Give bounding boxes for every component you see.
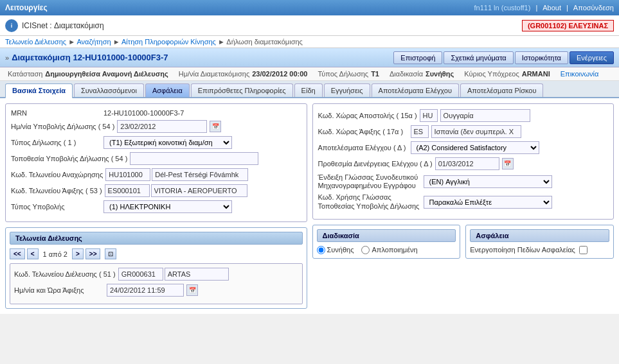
- diadikasia-value: Συνήθης: [426, 70, 454, 78]
- header-buttons: Επιστροφή Σχετικά μηνύματα Ιστορικότητα …: [393, 51, 614, 64]
- date-submit-row: Ημ/νία Υποβολής Δήλωσης ( 54 ) 📅: [11, 120, 301, 133]
- tab-synallassomenoi[interactable]: Συναλλασσόμενοι: [74, 83, 144, 97]
- related-messages-button[interactable]: Σχετικά μηνύματα: [444, 51, 513, 64]
- nav-controls: << < 1 από 2 > >> ⊡: [10, 248, 303, 259]
- nav-first-btn[interactable]: <<: [10, 248, 25, 259]
- transit-kwd-row: Κωδ. Τελωνείου Διέλευσης ( 51 ): [14, 268, 298, 281]
- transit-date-input[interactable]: [107, 284, 184, 297]
- nav-last-btn[interactable]: >>: [85, 248, 101, 259]
- tipos-ypov-select[interactable]: (1) ΗΛΕΚΤΡΟΝΙΚΗ: [103, 200, 232, 213]
- tab-egguiseis[interactable]: Εγγυήσεις: [324, 83, 370, 97]
- kwd-apostolhs-label: Κωδ. Χώρας Αποστολής ( 15α ): [318, 112, 417, 119]
- asfalia-header: Ασφάλεια: [470, 229, 609, 242]
- breadcrumb-item-4: Δήλωση διαμετακόμισης: [226, 38, 303, 46]
- mrn-row: MRN 12-HU101000-10000F3-7: [11, 109, 301, 117]
- date-submit-calendar[interactable]: 📅: [210, 121, 221, 132]
- prothesmia-calendar[interactable]: 📅: [502, 158, 514, 169]
- actions-button[interactable]: Ενέργειες: [570, 51, 614, 64]
- right-form-section: Κωδ. Χώρας Αποστολής ( 15α ) Κωδ. Χώρας …: [312, 103, 615, 220]
- radio-aplo-input[interactable]: [361, 246, 370, 254]
- transit-section: Τελωνεία Διέλευσης << < 1 από 2 > >> ⊡ Κ…: [5, 227, 307, 309]
- tipos-label2: Τύπος Δήλωσης ( 1 ): [11, 139, 101, 146]
- status-field-epikoinonia: Επικοινωνία: [561, 70, 599, 78]
- main-content: MRN 12-HU101000-10000F3-7 Ημ/νία Υποβολή…: [0, 98, 619, 314]
- nav-expand-btn[interactable]: ⊡: [105, 248, 116, 259]
- nav-prev-btn[interactable]: <: [27, 248, 39, 259]
- transit-date-label: Ημ/νία και Ώρα Άφιξης: [14, 286, 104, 294]
- tab-asfalia[interactable]: Ασφάλεια: [145, 83, 190, 97]
- asfalia-checkbox-row: Ενεργοποίηση Πεδίων Ασφαλείας: [470, 246, 609, 254]
- transit-date-calendar[interactable]: 📅: [186, 284, 198, 296]
- epikoinonia-link[interactable]: Επικοινωνία: [561, 70, 599, 78]
- kwd-apostolhs-code[interactable]: [420, 109, 438, 122]
- status-bar: Κατάσταση Δημιουργηθείσα Αναμονή Διέλευσ…: [0, 67, 619, 81]
- back-button[interactable]: Επιστροφή: [393, 51, 442, 64]
- tab-vasika-stoixeia[interactable]: Βασικά Στοιχεία: [5, 83, 73, 98]
- tab-epiprosthetes[interactable]: Επιπρόσθετες Πληροφορίες: [191, 83, 293, 97]
- apotelesmata-select[interactable]: (A2) Considered Satisfactory: [411, 141, 539, 154]
- kwd-afix-code[interactable]: [105, 184, 150, 197]
- radio-synithis-input[interactable]: [317, 246, 325, 254]
- logout-link[interactable]: Αποσύνδεση: [573, 4, 614, 12]
- breadcrumb: Τελωνείο Διέλευσης ► Αναζήτηση ► Αίτηση …: [0, 36, 619, 48]
- tipos-select[interactable]: (T1) Εξωτερική κοινοτική διαμ/ση: [103, 136, 232, 149]
- kwd-apostolhs-name[interactable]: [440, 109, 530, 122]
- prothesmia-input[interactable]: [435, 157, 499, 170]
- asfalia-checkbox[interactable]: [579, 246, 588, 254]
- transit-kwd-code[interactable]: [118, 268, 163, 281]
- kwd-anax-inputs: [105, 168, 248, 181]
- kwd-xrhshs-select[interactable]: Παρακαλώ Επιλέξτε: [424, 196, 552, 209]
- asfalia-panel: Ασφάλεια Ενεργοποίηση Πεδίων Ασφαλείας: [465, 225, 614, 259]
- status-field-date: Ημ/νία Διαμετακόμισης 23/02/2012 00:00: [179, 70, 308, 78]
- transit-kwd-name[interactable]: [165, 268, 229, 281]
- left-panel: MRN 12-HU101000-10000F3-7 Ημ/νία Υποβολή…: [5, 103, 307, 309]
- toposesia-input[interactable]: [130, 152, 258, 165]
- kwd-anax-name[interactable]: [152, 168, 248, 181]
- app-title: i ICISnet : Διαμετακόμιση: [5, 19, 104, 32]
- kwd-anax-label: Κωδ. Τελωνείου Αναχώρησης: [11, 171, 103, 178]
- breadcrumb-item-3[interactable]: Αίτηση Πληροφοριών Κίνησης: [121, 38, 216, 46]
- tipos-row: Τύπος Δήλωσης ( 1 ) (T1) Εξωτερική κοινο…: [11, 136, 301, 149]
- nav-next-btn[interactable]: >: [72, 248, 84, 259]
- katastasi-label: Κατάσταση: [8, 70, 42, 78]
- apotelesmata-row: Αποτελέσματα Ελέγχου ( Δ ) (A2) Consider…: [318, 141, 609, 154]
- breadcrumb-sep3: ►: [218, 38, 226, 46]
- kwd-xrhshs-row: Κωδ. Χρήσης Γλώσσας Τοποθεσίας Υποβολής …: [318, 193, 609, 210]
- radio-aplo[interactable]: Απλοποιημένη: [361, 246, 417, 254]
- endeixi-select[interactable]: (EN) Αγγλική: [424, 175, 552, 188]
- breadcrumb-item-2[interactable]: Αναζήτηση: [76, 38, 111, 46]
- date-submit-input[interactable]: [117, 120, 207, 133]
- user-info: fn111 ln (custoff1): [474, 4, 531, 12]
- tipos-label: Τύπος Δήλωσης: [318, 70, 368, 78]
- tab-apotelesmata-riskou[interactable]: Αποτελέσματα Ρίσκου: [460, 83, 544, 97]
- kwd-apostolhs-row: Κωδ. Χώρας Αποστολής ( 15α ): [318, 109, 609, 122]
- menu-label[interactable]: Λειτουργίες: [5, 3, 48, 12]
- app-title-text: ICISnet : Διαμετακόμιση: [22, 21, 104, 30]
- transit-kwd-inputs: [118, 268, 229, 281]
- about-link[interactable]: About: [543, 4, 561, 12]
- nav-info: 1 από 2: [40, 250, 70, 258]
- kwd-afix-name[interactable]: [151, 184, 247, 197]
- kyrios-label: Κύριος Υπόχρεος: [464, 70, 519, 78]
- kwd-anax-code[interactable]: [105, 168, 150, 181]
- tipos-value: T1: [371, 70, 379, 78]
- history-button[interactable]: Ιστορικότητα: [515, 51, 568, 64]
- date-submit-label: Ημ/νία Υποβολής Δήλωσης ( 54 ): [11, 123, 114, 130]
- kwd-xwras-afix-code[interactable]: [411, 125, 429, 138]
- kwd-xwras-afix-label: Κωδ. Χώρας Άφιξης ( 17α ): [318, 128, 408, 135]
- kwd-xrhshs-label: Κωδ. Χρήσης Γλώσσας Τοποθεσίας Υποβολής …: [318, 193, 421, 210]
- separator2: |: [566, 4, 568, 12]
- tabs-bar: Βασικά Στοιχεία Συναλλασσόμενοι Ασφάλεια…: [0, 81, 619, 98]
- breadcrumb-item-1[interactable]: Τελωνείο Διέλευσης: [5, 38, 66, 46]
- toposesia-row: Τοποθεσία Υποβολής Δήλωσης ( 54 ): [11, 152, 301, 165]
- prothesmia-row: Προθεσμία Διενέργειας Ελέγχου ( Δ ) 📅: [318, 157, 609, 170]
- toposesia-label: Τοποθεσία Υποβολής Δήλωσης ( 54 ): [11, 155, 127, 162]
- left-form-section: MRN 12-HU101000-10000F3-7 Ημ/νία Υποβολή…: [5, 103, 307, 222]
- mrn-value: 12-HU101000-10000F3-7: [103, 109, 184, 117]
- kwd-afix-label: Κωδ. Τελωνείου Άφιξης ( 53 ): [11, 187, 102, 195]
- status-field-diadikasia: Διαδικασία Συνήθης: [390, 70, 454, 78]
- tab-eidi[interactable]: Είδη: [294, 83, 323, 97]
- kwd-xwras-afix-name[interactable]: [431, 125, 521, 138]
- radio-synithis[interactable]: Συνήθης: [317, 246, 354, 254]
- tab-apotelesmata-elegxou[interactable]: Αποτελέσματα Ελέγχου: [372, 83, 459, 97]
